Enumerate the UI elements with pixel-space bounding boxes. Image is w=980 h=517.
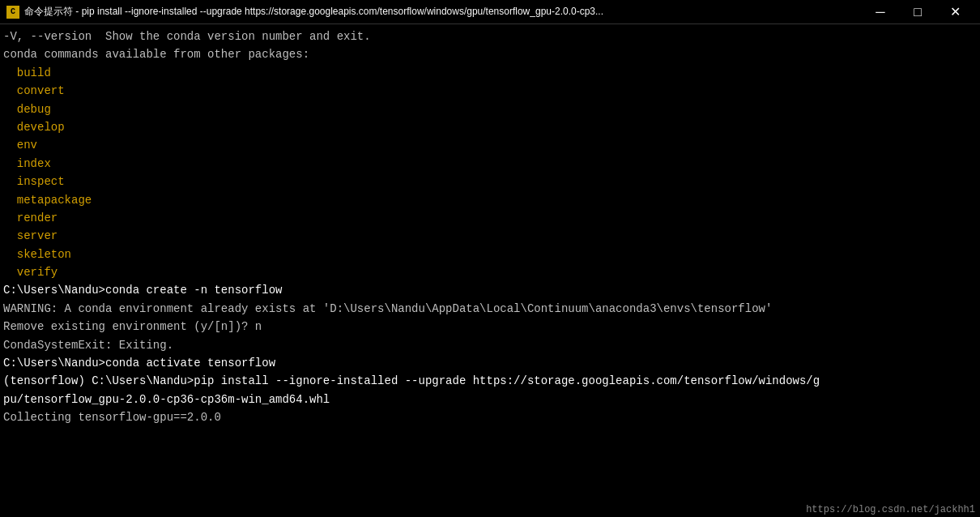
minimize-button[interactable]: ─ bbox=[862, 0, 899, 24]
terminal-window: C 命令提示符 - pip install --ignore-installed… bbox=[0, 0, 980, 517]
close-button[interactable]: ✕ bbox=[936, 0, 974, 24]
window-controls[interactable]: ─ □ ✕ bbox=[862, 0, 974, 24]
terminal-line: Collecting tensorflow-gpu==2.0.0 bbox=[3, 408, 977, 426]
title-bar-text: 命令提示符 - pip install --ignore-installed -… bbox=[24, 5, 862, 19]
terminal-line: verify bbox=[3, 263, 977, 281]
status-bar: https://blog.csdn.net/jackhh1 bbox=[801, 502, 980, 517]
terminal-line: skeleton bbox=[3, 246, 977, 263]
terminal-content[interactable]: -V, --version Show the conda version num… bbox=[0, 24, 980, 517]
terminal-line: env bbox=[3, 136, 977, 154]
terminal-line: build bbox=[3, 64, 977, 82]
terminal-line: convert bbox=[3, 82, 977, 100]
terminal-line: WARNING: A conda environment already exi… bbox=[3, 300, 977, 318]
terminal-line: server bbox=[3, 227, 977, 245]
maximize-button[interactable]: □ bbox=[899, 0, 936, 24]
terminal-output: -V, --version Show the conda version num… bbox=[3, 28, 977, 427]
terminal-line: render bbox=[3, 209, 977, 227]
terminal-line: conda commands available from other pack… bbox=[3, 45, 977, 63]
terminal-line: pu/tensorflow_gpu-2.0.0-cp36-cp36m-win_a… bbox=[3, 391, 977, 408]
terminal-line: develop bbox=[3, 118, 977, 136]
terminal-line: index bbox=[3, 155, 977, 173]
terminal-line: C:\Users\Nandu>conda create -n tensorflo… bbox=[3, 281, 977, 299]
terminal-line: CondaSystemExit: Exiting. bbox=[3, 336, 977, 354]
title-bar: C 命令提示符 - pip install --ignore-installed… bbox=[0, 0, 980, 24]
terminal-line: (tensorflow) C:\Users\Nandu>pip install … bbox=[3, 372, 977, 390]
terminal-line: debug bbox=[3, 100, 977, 118]
window-icon: C bbox=[6, 6, 19, 19]
terminal-line: -V, --version Show the conda version num… bbox=[3, 28, 977, 45]
terminal-line: C:\Users\Nandu>conda activate tensorflow bbox=[3, 354, 977, 372]
terminal-line: Remove existing environment (y/[n])? n bbox=[3, 318, 977, 335]
terminal-line: metapackage bbox=[3, 191, 977, 209]
terminal-line: inspect bbox=[3, 173, 977, 190]
